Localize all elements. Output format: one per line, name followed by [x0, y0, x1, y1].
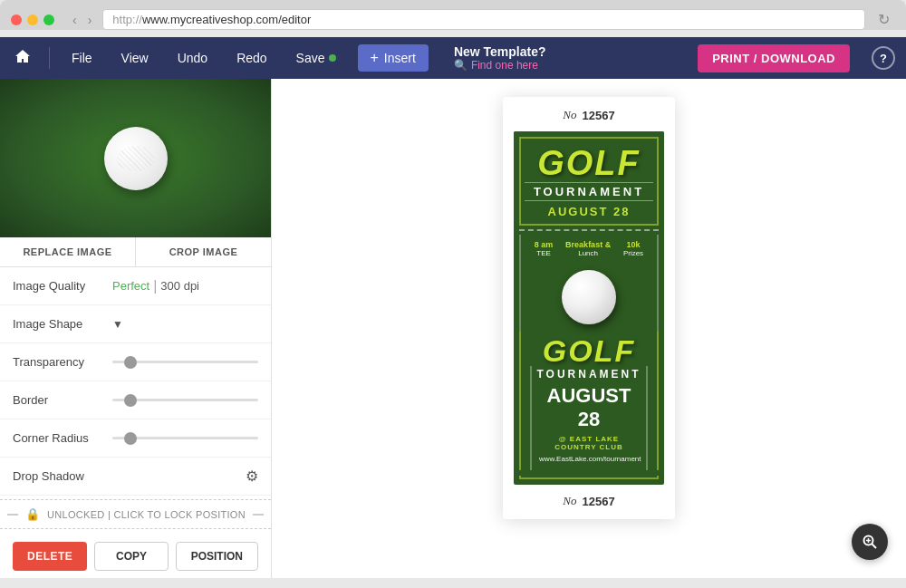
corner-radius-slider-thumb[interactable]	[124, 432, 137, 445]
drop-shadow-row: Drop Shadow ⚙	[0, 458, 271, 496]
home-button[interactable]	[11, 44, 34, 72]
corner-radius-row: Corner Radius	[0, 419, 271, 458]
ticket-golf-text: GOLF	[525, 146, 653, 180]
transparency-slider-thumb[interactable]	[124, 356, 137, 369]
border-slider-container[interactable]	[112, 399, 258, 401]
ticket-template: No 12567 GOLF TOURNAMENT AUGUST 28	[503, 97, 675, 519]
transparency-slider-track[interactable]	[112, 361, 258, 363]
url-display: www.mycreativeshop.com/editor	[142, 13, 311, 26]
lock-line-right	[253, 514, 264, 516]
lock-icon: 🔒	[25, 507, 40, 521]
ticket-number-top: No 12567	[514, 108, 664, 122]
ticket-no-label-top: No	[563, 108, 576, 122]
svg-line-1	[872, 544, 876, 548]
ticket-august-text: AUGUST 28	[525, 205, 653, 218]
border-row: Border	[0, 381, 271, 419]
ticket-august-text2: AUGUST 28	[530, 382, 648, 433]
ticket-golf-text2: GOLF	[525, 335, 653, 366]
image-shape-row[interactable]: Image Shape ▼	[0, 305, 271, 343]
new-template-title: New Template?	[454, 44, 546, 59]
forward-button[interactable]: ›	[84, 11, 96, 29]
image-quality-label: Image Quality	[13, 279, 112, 293]
undo-button[interactable]: Undo	[170, 47, 215, 69]
view-menu[interactable]: View	[114, 47, 156, 69]
ticket-main-body: GOLF TOURNAMENT AUGUST 28 8 am TEE	[514, 131, 664, 485]
copy-button[interactable]: COPY	[94, 542, 168, 571]
border-slider-track[interactable]	[112, 399, 258, 401]
address-bar[interactable]: http:// www.mycreativeshop.com/editor	[102, 9, 865, 30]
save-indicator	[329, 54, 336, 62]
traffic-light-yellow	[27, 14, 38, 25]
toolbar-separator	[49, 47, 50, 69]
traffic-light-green	[43, 14, 54, 25]
image-shape-dropdown[interactable]: ▼	[112, 318, 258, 331]
image-actions: REPLACE IMAGE CROP IMAGE	[0, 237, 271, 267]
dropdown-arrow-icon: ▼	[112, 318, 123, 331]
border-label: Border	[13, 393, 112, 407]
traffic-light-red	[11, 14, 22, 25]
position-button[interactable]: POSITION	[176, 542, 258, 571]
ticket-dashed-divider	[519, 229, 659, 231]
print-download-button[interactable]: PRINT / DOWNLOAD	[698, 44, 850, 72]
corner-radius-slider-container[interactable]	[112, 437, 258, 439]
quality-separator: |	[153, 278, 157, 294]
refresh-button[interactable]: ↻	[872, 9, 895, 30]
ticket-info-row: 8 am TEE Breakfast & Lunch 10k Prizes	[519, 235, 659, 263]
ticket-golf-ball	[562, 270, 616, 324]
ticket-food-top: Breakfast &	[565, 240, 611, 249]
golf-ball-preview-image	[104, 127, 168, 190]
ticket-ball-area	[519, 263, 659, 332]
crop-image-button[interactable]: CROP IMAGE	[136, 237, 271, 266]
save-label: Save	[296, 51, 325, 65]
ticket-number-bottom: No 12567	[514, 494, 664, 508]
drop-shadow-label: Drop Shadow	[13, 469, 112, 483]
lock-text[interactable]: UNLOCKED | CLICK TO LOCK POSITION	[47, 509, 246, 520]
canvas-area: No 12567 GOLF TOURNAMENT AUGUST 28	[272, 79, 906, 578]
ticket-tee-label: TEE	[535, 249, 554, 257]
image-shape-label: Image Shape	[13, 317, 112, 331]
ticket-no-value-bottom: 12567	[583, 495, 615, 508]
image-quality-row: Image Quality Perfect | 300 dpi	[0, 267, 271, 305]
find-template-label: Find one here	[471, 59, 538, 72]
action-buttons: DELETE COPY POSITION	[0, 533, 271, 578]
corner-radius-slider-track[interactable]	[112, 437, 258, 439]
insert-label: Insert	[384, 51, 416, 65]
corner-radius-label: Corner Radius	[13, 431, 112, 445]
new-template-promo: New Template? 🔍 Find one here	[454, 44, 546, 72]
help-button[interactable]: ?	[872, 46, 895, 70]
back-button[interactable]: ‹	[69, 11, 81, 29]
border-slider-thumb[interactable]	[124, 394, 137, 407]
app-toolbar: File View Undo Redo Save + Insert New Te…	[0, 37, 906, 79]
ticket-food-bot: Lunch	[565, 249, 611, 257]
lock-line-left	[7, 514, 18, 516]
ticket-food-info: Breakfast & Lunch	[565, 240, 611, 257]
save-button[interactable]: Save	[289, 47, 343, 69]
ticket-website: www.EastLake.com/tournament	[530, 453, 648, 470]
transparency-row: Transparency	[0, 343, 271, 381]
insert-plus-icon: +	[371, 50, 379, 66]
ticket-bottom-box: GOLF TOURNAMENT AUGUST 28 @ EAST LAKE CO…	[519, 332, 659, 470]
shadow-settings-icon[interactable]: ⚙	[246, 468, 258, 485]
zoom-icon	[862, 534, 878, 550]
replace-image-button[interactable]: REPLACE IMAGE	[0, 237, 136, 266]
left-panel: REPLACE IMAGE CROP IMAGE Image Quality P…	[0, 79, 272, 578]
ticket-no-value-top: 12567	[583, 109, 615, 122]
ticket-tournament-text2: TOURNAMENT	[530, 366, 648, 382]
image-quality-value: Perfect	[112, 279, 149, 293]
image-quality-dpi: 300 dpi	[160, 279, 199, 293]
ticket-location: @ EAST LAKE COUNTRY CLUB	[530, 433, 648, 453]
transparency-slider-container[interactable]	[112, 361, 258, 363]
zoom-button[interactable]	[852, 524, 888, 560]
ticket-tee-time: 8 am	[535, 240, 554, 249]
image-preview	[0, 79, 271, 237]
delete-button[interactable]: DELETE	[13, 542, 87, 571]
ticket-header-box: GOLF TOURNAMENT AUGUST 28	[519, 137, 659, 226]
file-menu[interactable]: File	[64, 47, 100, 69]
ticket-prize-info: 10k Prizes	[623, 240, 643, 257]
redo-button[interactable]: Redo	[229, 47, 274, 69]
lock-bar[interactable]: 🔒 UNLOCKED | CLICK TO LOCK POSITION	[0, 499, 271, 529]
insert-button[interactable]: + Insert	[358, 44, 429, 72]
find-template-link[interactable]: 🔍 Find one here	[454, 59, 546, 72]
ticket-prize-bot: Prizes	[623, 249, 643, 257]
ticket-no-label-bottom: No	[563, 494, 576, 508]
